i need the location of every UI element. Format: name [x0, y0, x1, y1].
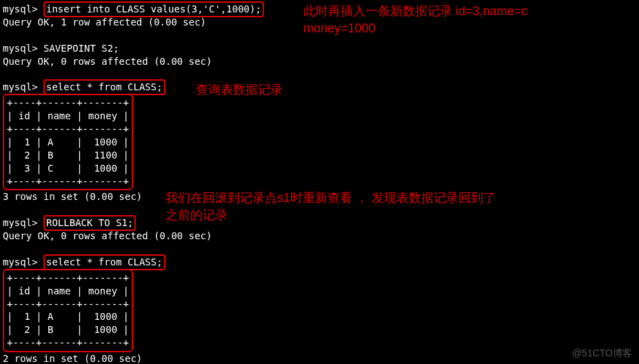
terminal-line: Query OK, 0 rows affected (0.00 sec)	[3, 55, 636, 68]
table-row: | 1 | A | 1000 |	[7, 310, 129, 323]
mysql-prompt: mysql>	[3, 256, 38, 267]
cmd-select-1: select * from CLASS;	[43, 79, 165, 95]
cmd-savepoint: SAVEPOINT S2;	[43, 43, 119, 54]
cmd-rollback: ROLLBACK TO S1;	[43, 215, 136, 231]
table-row: | 2 | B | 1000 |	[7, 323, 129, 336]
mysql-prompt: mysql>	[3, 43, 38, 54]
table-header: | id | name | money |	[7, 285, 129, 298]
table-header: | id | name | money |	[7, 110, 129, 123]
terminal-screenshot: { "prompt": "mysql>", "cmds": { "insert"…	[0, 0, 639, 364]
mysql-prompt: mysql>	[3, 3, 38, 14]
table-sep: +----+------+-------+	[7, 272, 129, 285]
terminal-line: mysql> select * from CLASS;	[3, 81, 636, 94]
watermark: @51CTO博客	[572, 347, 632, 360]
terminal-line: Query OK, 0 rows affected (0.00 sec)	[3, 230, 636, 243]
cmd-select-2: select * from CLASS;	[43, 254, 165, 270]
table-sep: +----+------+-------+	[7, 298, 129, 311]
annotation-rollback: 我们在回滚到记录点s1时重新查看 ， 发现表数据记录回到了 之前的记录	[165, 190, 496, 224]
result-table-1: +----+------+-------+ | id | name | mone…	[3, 94, 133, 190]
table-sep: +----+------+-------+	[7, 175, 129, 188]
table-sep: +----+------+-------+	[7, 123, 129, 136]
mysql-prompt: mysql>	[3, 81, 38, 92]
mysql-prompt: mysql>	[3, 217, 38, 228]
terminal-line: mysql> SAVEPOINT S2;	[3, 42, 636, 55]
table-row: | 1 | A | 1000 |	[7, 136, 129, 149]
terminal-line: mysql> select * from CLASS;	[3, 256, 636, 269]
table-row: | 3 | C | 1000 |	[7, 162, 129, 175]
table-sep: +----+------+-------+	[7, 336, 129, 350]
annotation-select: 查询表数据记录	[196, 81, 283, 99]
result-table-2: +----+------+-------+ | id | name | mone…	[3, 269, 133, 352]
terminal-line: 2 rows in set (0.00 sec)	[3, 352, 636, 364]
table-row: | 2 | B | 1100 |	[7, 149, 129, 162]
cmd-insert: insert into CLASS values(3,'C',1000);	[43, 1, 264, 17]
table-sep: +----+------+-------+	[7, 97, 129, 110]
annotation-insert: 此时再插入一条新数据记录 id=3,name=c money=1000	[303, 3, 527, 37]
